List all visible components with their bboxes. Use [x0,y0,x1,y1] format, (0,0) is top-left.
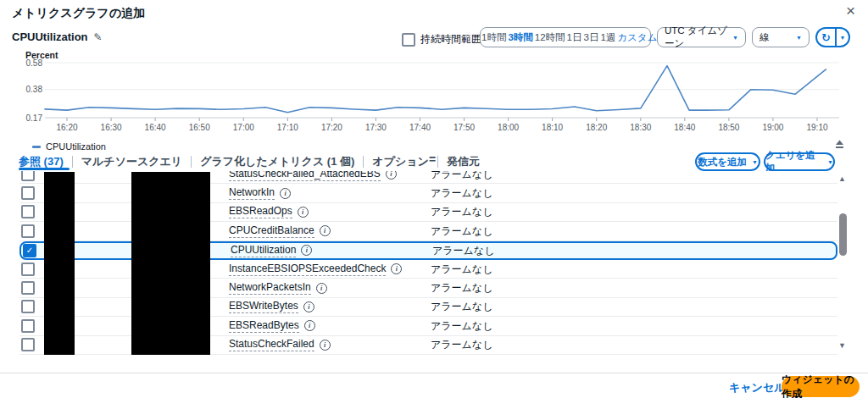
legend-label[interactable]: CPUUtilization [46,141,106,152]
graph-title: CPUUtilization [12,30,88,43]
tab-options[interactable]: オプション [364,154,437,169]
svg-text:17:40: 17:40 [409,123,431,132]
row-checkbox[interactable] [21,281,35,295]
row-checkbox[interactable] [21,338,35,351]
graph-title-row: CPUUtilization ✎ [12,30,103,43]
timezone-select[interactable]: UTC タイムゾーン ▼ [657,27,746,47]
info-icon[interactable]: i [391,263,402,274]
add-math-label: 数式を追加 [698,156,747,169]
alarm-status: アラームなし [431,224,492,238]
chart-type-select[interactable]: 線 ▼ [752,27,810,47]
legend-swatch [32,146,41,148]
metric-link[interactable]: EBSReadBytes [229,319,299,333]
active-tab-underline [19,168,70,170]
row-checkbox[interactable] [21,263,35,276]
row-checkbox[interactable] [21,186,35,200]
svg-text:17:10: 17:10 [277,123,298,132]
close-icon[interactable]: × [846,3,855,19]
tab-multi-source-query[interactable]: マルチソースクエリ [73,154,191,169]
tab-bar: 参照 (37) マルチソースクエリ グラフ化したメトリクス (1 個) オプショ… [10,153,488,170]
alarm-status: アラームなし [431,262,492,276]
redacted-column-1 [44,172,75,355]
svg-text:17:50: 17:50 [453,123,475,132]
time-range-12h[interactable]: 12時間 [534,31,566,44]
time-range-group: 1時間 3時間 12時間 1日 3日 1週 カスタム [480,27,651,47]
add-query-button[interactable]: クエリを追加 ▼ [764,152,835,171]
svg-text:18:40: 18:40 [674,123,695,132]
metric-link[interactable]: StatusCheckFailed [229,338,314,351]
alarm-status: アラームなし [431,300,492,314]
info-icon[interactable]: i [280,188,291,199]
add-metric-graph-dialog: メトリクスグラフの追加 × CPUUtilization ✎ 持続時間範囲 i … [0,0,868,398]
info-icon[interactable]: i [386,171,397,180]
tab-source[interactable]: 発信元 [438,154,488,169]
time-range-custom[interactable]: カスタム [616,31,658,44]
chevron-down-icon: ▼ [732,35,738,41]
refresh-icon[interactable]: ↻ [817,29,837,46]
svg-text:17:30: 17:30 [365,123,387,132]
time-range-1d[interactable]: 1日 [566,31,583,44]
info-icon[interactable]: i [316,283,327,294]
metric-link[interactable]: InstanceEBSIOPSExceededCheck [229,263,386,276]
refresh-split-button: ↻ ▼ [815,27,850,47]
metric-link[interactable]: EBSWriteBytes [229,300,298,313]
tab-graphed-metrics[interactable]: グラフ化したメトリクス (1 個) [192,154,363,169]
edit-title-icon[interactable]: ✎ [94,31,103,43]
info-icon[interactable]: i [298,207,309,218]
collapse-panel-icon[interactable] [835,137,844,152]
scroll-up-arrow[interactable]: ▲ [838,175,846,183]
svg-text:19:00: 19:00 [762,123,783,132]
svg-text:18:20: 18:20 [586,123,607,132]
svg-text:18:30: 18:30 [630,123,651,132]
svg-text:16:20: 16:20 [56,123,77,132]
alarm-status: アラームなし [431,171,492,181]
scrollbar-thumb[interactable] [839,213,847,256]
cancel-button[interactable]: キャンセル [729,380,786,395]
metric-chart: Percent0.580.380.1716:2016:3016:4016:501… [0,51,856,134]
chart-legend: CPUUtilization [32,141,106,152]
metric-link[interactable]: EBSReadOps [229,205,292,218]
add-math-button[interactable]: 数式を追加 ▼ [695,152,760,171]
timezone-value: UTC タイムゾーン [665,25,732,50]
row-checkbox[interactable] [21,319,35,333]
row-checkbox[interactable] [21,171,35,181]
metric-link[interactable]: StatusCheckFailed_AttachedEBS [229,171,381,181]
time-range-3h[interactable]: 3時間 [507,31,533,44]
svg-text:0.58: 0.58 [26,58,43,68]
duration-range-checkbox[interactable] [402,33,415,47]
split-panel-resize-handle[interactable]: = [429,152,436,166]
info-icon[interactable]: i [303,301,314,312]
refresh-options-caret[interactable]: ▼ [837,29,849,46]
time-range-3d[interactable]: 3日 [583,31,600,44]
svg-text:19:10: 19:10 [806,123,827,132]
info-icon[interactable]: i [320,340,331,351]
svg-text:16:30: 16:30 [101,123,122,132]
alarm-status: アラームなし [431,318,492,333]
info-icon[interactable]: i [304,320,315,331]
svg-text:16:50: 16:50 [189,123,210,132]
metric-link[interactable]: CPUCreditBalance [229,224,314,238]
row-checkbox[interactable] [21,205,35,218]
svg-text:18:50: 18:50 [718,123,739,132]
scroll-down-arrow[interactable]: ▼ [838,342,846,350]
svg-text:17:20: 17:20 [321,123,342,132]
create-widget-button[interactable]: ウィジェットの作成 [782,376,860,397]
info-icon[interactable]: i [301,245,312,256]
metric-link[interactable]: CPUUtilization [231,244,296,257]
alarm-status: アラームなし [432,243,494,257]
time-range-1h[interactable]: 1時間 [481,31,507,44]
chevron-down-icon: ▼ [752,159,758,165]
time-range-1w[interactable]: 1週 [599,31,616,44]
metric-link[interactable]: NetworkIn [229,186,275,200]
svg-text:18:10: 18:10 [542,123,563,132]
row-checkbox[interactable] [21,300,35,313]
metric-link[interactable]: NetworkPacketsIn [229,281,311,295]
row-checkbox[interactable]: ✓ [23,244,36,257]
dialog-title: メトリクスグラフの追加 [12,6,145,21]
svg-text:0.17: 0.17 [26,113,43,123]
info-icon[interactable]: i [320,225,331,236]
svg-text:0.38: 0.38 [26,85,43,94]
row-checkbox[interactable] [21,224,35,238]
redacted-column-2 [131,172,210,355]
alarm-status: アラームなし [431,205,492,219]
